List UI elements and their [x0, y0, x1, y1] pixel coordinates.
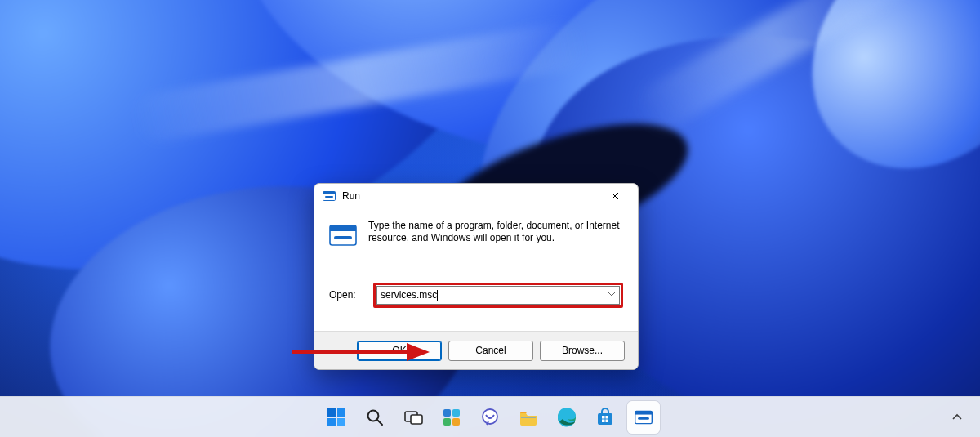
task-view-icon — [403, 407, 424, 428]
run-icon — [635, 408, 653, 426]
svg-rect-4 — [330, 225, 356, 231]
taskbar-store[interactable] — [589, 401, 621, 434]
svg-line-13 — [377, 420, 382, 425]
svg-rect-26 — [602, 419, 605, 422]
taskbar-task-view[interactable] — [397, 401, 430, 434]
svg-rect-24 — [602, 416, 605, 419]
chevron-up-icon — [951, 412, 963, 423]
svg-rect-25 — [606, 416, 609, 419]
svg-rect-16 — [443, 409, 451, 417]
browse-button[interactable]: Browse... — [540, 341, 625, 361]
taskbar-file-explorer[interactable] — [512, 401, 545, 434]
svg-rect-2 — [325, 196, 333, 198]
taskbar — [0, 396, 980, 437]
dialog-button-row: OK Cancel Browse... — [314, 331, 638, 369]
svg-point-20 — [483, 409, 497, 424]
taskbar-chat[interactable] — [474, 401, 506, 434]
folder-icon — [518, 407, 539, 428]
ok-button[interactable]: OK — [357, 341, 442, 361]
svg-rect-18 — [443, 418, 451, 426]
svg-rect-11 — [337, 418, 345, 426]
svg-rect-8 — [327, 408, 336, 417]
taskbar-overflow[interactable] — [946, 406, 969, 429]
text-caret — [437, 290, 438, 301]
taskbar-center — [320, 401, 660, 434]
open-combobox-value: services.msc — [381, 289, 437, 301]
taskbar-start[interactable] — [320, 401, 353, 434]
svg-rect-15 — [411, 415, 422, 424]
close-icon — [611, 192, 619, 200]
run-app-icon — [323, 190, 336, 203]
run-icon — [329, 221, 357, 275]
svg-rect-30 — [638, 417, 649, 420]
widgets-icon — [441, 407, 462, 428]
windows-start-icon — [326, 407, 347, 428]
svg-rect-29 — [635, 411, 653, 414]
dialog-prompt: Type the name of a program, folder, docu… — [368, 220, 623, 275]
svg-rect-1 — [323, 192, 336, 194]
cancel-button[interactable]: Cancel — [448, 341, 533, 361]
taskbar-edge[interactable] — [550, 401, 583, 434]
store-icon — [595, 407, 616, 428]
svg-rect-5 — [334, 236, 352, 239]
dialog-body: Type the name of a program, folder, docu… — [314, 208, 638, 282]
taskbar-search[interactable] — [359, 401, 391, 434]
taskbar-widgets[interactable] — [435, 401, 468, 434]
svg-rect-27 — [606, 419, 609, 422]
dialog-title: Run — [342, 190, 360, 202]
annotation-highlight: services.msc — [373, 283, 623, 308]
svg-rect-10 — [327, 418, 336, 426]
taskbar-run[interactable] — [627, 401, 660, 434]
svg-rect-19 — [452, 418, 460, 426]
titlebar[interactable]: Run — [314, 184, 638, 208]
search-icon — [365, 408, 385, 427]
svg-rect-21 — [521, 417, 536, 418]
run-dialog: Run Type the name of a program, folder, … — [314, 183, 639, 370]
open-combobox[interactable]: services.msc — [376, 286, 620, 305]
open-label: Open: — [329, 289, 363, 301]
chevron-down-icon[interactable] — [608, 289, 616, 301]
svg-rect-17 — [452, 409, 460, 417]
chat-icon — [479, 407, 501, 428]
close-button[interactable] — [599, 185, 631, 207]
svg-rect-9 — [337, 408, 345, 417]
edge-icon — [556, 407, 577, 428]
svg-rect-23 — [598, 413, 612, 425]
